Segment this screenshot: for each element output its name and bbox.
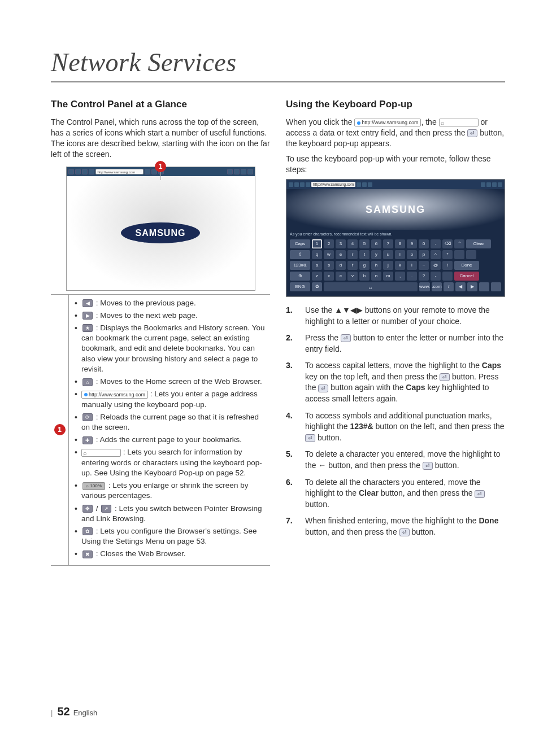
kb-key: j [383, 261, 393, 270]
kb-key: ENG [290, 282, 310, 291]
samsung-logo: SAMSUNG [366, 203, 425, 216]
kb-key: ⌃ [454, 239, 464, 248]
kb-key: q [312, 250, 322, 259]
enter-button-icon [467, 129, 477, 137]
keyboard-heading: Using the Keyboard Pop-up [286, 98, 505, 111]
kb-key: ! [442, 261, 453, 270]
kb-key: 0 [419, 239, 429, 248]
kb-key: t [359, 250, 370, 259]
kb-key: r [347, 250, 358, 259]
legend-item-address: http://www.samsung.com : Lets you enter … [75, 389, 268, 409]
control-panel-intro: The Control Panel, which runs across the… [51, 117, 270, 160]
search-field-icon [81, 449, 121, 457]
enter-button-icon [305, 434, 315, 442]
keyboard-intro-2: To use the keyboard pop-up with your rem… [286, 154, 505, 175]
zoom-icon [227, 169, 233, 174]
legend-item-addbm: : Adds the current page to your bookmark… [75, 435, 268, 445]
kb-key: Cancel [454, 272, 479, 281]
kb-key: z [312, 272, 322, 281]
step-3: To access capital letters, move the high… [286, 360, 505, 404]
kb-key: 8 [395, 239, 405, 248]
step-6: To delete all the characters you entered… [286, 477, 505, 510]
close-icon [498, 182, 502, 187]
callout-line [160, 172, 161, 180]
reload-icon [145, 169, 150, 174]
back-icon [68, 169, 74, 174]
close-x-icon [82, 550, 93, 558]
legend-item-home: : Moves to the Home screen of the Web Br… [75, 377, 268, 387]
kb-key: a [312, 261, 322, 270]
kb-key: d [336, 261, 346, 270]
kb-key: u [383, 250, 393, 259]
forward-arrow-icon [82, 312, 93, 320]
kb-key: s [324, 261, 334, 270]
step-2: Press the button to enter the letter or … [286, 333, 505, 355]
settings-icon [241, 169, 246, 174]
legend-item-bookmarks: : Displays the Bookmarks and History scr… [75, 323, 268, 374]
kb-address: http://www.samsung.com [311, 182, 355, 187]
kb-key: h [371, 261, 381, 270]
step-1: Use the ▲▼◀▶ buttons on your remote to m… [286, 305, 505, 327]
kb-row: ⇧qwertyuiop^* [290, 250, 501, 259]
star-icon [300, 182, 305, 187]
kb-key [454, 250, 464, 259]
kb-hint-text: As you enter characters, recommended tex… [286, 230, 505, 237]
kb-key: ? [419, 272, 429, 281]
kb-key: ◀ [455, 282, 466, 291]
legend-item-forward: : Moves to the next web page. [75, 311, 268, 321]
step-7: When finished entering, move the highlig… [286, 515, 505, 537]
kb-key: n [371, 272, 381, 281]
enter-button-icon [318, 384, 328, 392]
back-icon [289, 182, 293, 187]
zoom-icon: ⌕ 100% [82, 482, 105, 490]
kb-key: w [324, 250, 334, 259]
right-column: Using the Keyboard Pop-up When you click… [286, 98, 505, 566]
kb-key: ^ [431, 250, 441, 259]
enter-button-icon [440, 373, 450, 381]
step-5: To delete a character you entered, move … [286, 449, 505, 471]
mock-address: http://www.samsung.com [95, 169, 144, 174]
pointer-mode-icon [82, 505, 93, 513]
kb-key [466, 250, 476, 259]
legend-item-close: : Closes the Web Browser. [75, 549, 268, 559]
kb-key: 7 [383, 239, 393, 248]
kb-key: 3 [336, 239, 346, 248]
legend-badge-1: 1 [54, 424, 66, 435]
kb-row: Caps1234567890-⌫⌃Clear [290, 239, 501, 248]
kb-key: x [324, 272, 334, 281]
page-number: 52 [57, 704, 69, 719]
kb-key: f [347, 261, 358, 270]
kb-grid: Caps1234567890-⌫⌃Clear⇧qwertyuiop^*123#&… [286, 237, 505, 296]
legend-list: : Moves to the previous page. : Moves to… [69, 295, 270, 565]
kb-key: v [347, 272, 358, 281]
kb-key: g [359, 261, 370, 270]
keyboard-figure: http://www.samsung.com SAMSUNG As you en… [286, 179, 505, 296]
kb-key: 5 [359, 239, 370, 248]
legend-item-reload: : Reloads the current page so that it is… [75, 412, 268, 432]
kb-key: m [383, 272, 393, 281]
reload-icon [82, 413, 93, 421]
kb-key: b [359, 272, 370, 281]
home-icon [82, 378, 93, 386]
close-icon [247, 169, 253, 174]
kb-key: 6 [371, 239, 381, 248]
kb-row: ⊕zxcvbnm,.?-Cancel [290, 272, 501, 281]
samsung-logo: SAMSUNG [121, 222, 201, 244]
kb-key: o [407, 250, 417, 259]
kb-key: 123#& [290, 261, 310, 270]
kb-key [491, 282, 501, 291]
back-arrow-icon [82, 299, 93, 307]
kb-key: ~ [419, 261, 429, 270]
address-field-icon: http://www.samsung.com [354, 119, 421, 126]
kb-key [442, 272, 453, 281]
search-icon [368, 182, 372, 187]
callout-badge-1: 1 [155, 161, 166, 172]
legend-item-back: : Moves to the previous page. [75, 298, 268, 308]
kb-key: ⌫ [442, 239, 453, 248]
kb-key: ✿ [312, 282, 322, 291]
mock-body: SAMSUNG [67, 176, 255, 290]
kb-key: ▶ [467, 282, 477, 291]
keyboard-intro-1: When you click the http://www.samsung.co… [286, 117, 505, 149]
kb-key: p [419, 250, 429, 259]
kb-key: - [431, 272, 441, 281]
